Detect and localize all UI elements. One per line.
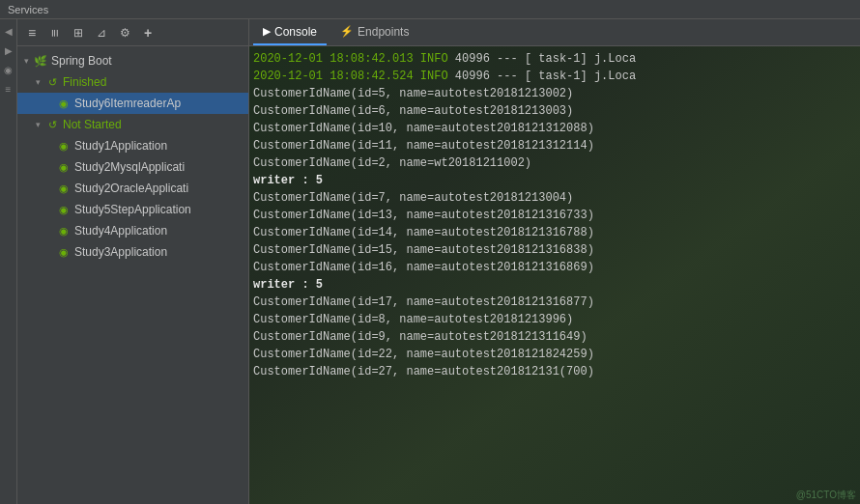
- log-line-14: CustomerIdName(id=17, name=autotest20181…: [253, 294, 856, 311]
- study2mysql-label: Study2MysqlApplicati: [74, 160, 185, 174]
- left-edge-panel: ◀ ▶ ◉ ≡: [0, 19, 17, 504]
- arrow-study3: [44, 247, 54, 257]
- tab-console[interactable]: ▶ Console: [253, 19, 327, 45]
- edge-btn-4[interactable]: ≡: [1, 81, 16, 97]
- arrow-study5step: [44, 205, 54, 214]
- sidebar-item-not-started[interactable]: ↺ Not Started: [17, 114, 248, 135]
- not-started-icon: ↺: [44, 117, 60, 132]
- study6-label: Study6ItemreaderAp: [74, 97, 181, 110]
- study6-icon: ◉: [56, 96, 72, 111]
- log-line-5: CustomerIdName(id=11, name=autotest20181…: [253, 137, 856, 154]
- arrow-finished: [33, 77, 43, 87]
- log-line-9: CustomerIdName(id=13, name=autotest20181…: [253, 207, 856, 224]
- log-line-16: CustomerIdName(id=9, name=autotest201812…: [253, 328, 856, 346]
- study3-label: Study3Application: [74, 245, 167, 259]
- log-line-8: CustomerIdName(id=7, name=autotest201812…: [253, 189, 856, 207]
- console-tab-icon: ▶: [263, 25, 271, 38]
- filter-button[interactable]: ⊿: [91, 23, 112, 42]
- log-line-2: CustomerIdName(id=5, name=autotest201812…: [253, 85, 856, 102]
- right-panel: ▶ Console ⚡ Endpoints 2020-12-01 18:08:4…: [249, 19, 860, 504]
- sidebar-toolbar: ≡ ≡ ⊞ ⊿ ⚙ +: [17, 19, 248, 46]
- collapse-all-button[interactable]: ≡: [44, 23, 66, 42]
- study4-icon: ◉: [56, 223, 72, 238]
- finished-icon: ↺: [44, 74, 60, 90]
- log-line-0: 2020-12-01 18:08:42.013 INFO 40996 --- […: [253, 50, 856, 68]
- endpoints-tab-label: Endpoints: [358, 25, 409, 39]
- watermark: @51CTO博客: [796, 489, 856, 502]
- log-line-7: writer : 5: [253, 172, 856, 189]
- study3-icon: ◉: [56, 244, 72, 260]
- log-line-15: CustomerIdName(id=8, name=autotest201812…: [253, 311, 856, 328]
- log-line-6: CustomerIdName(id=2, name=wt20181211002): [253, 154, 856, 172]
- study5step-label: Study5StepApplication: [74, 203, 191, 216]
- study1-icon: ◉: [56, 138, 72, 154]
- sidebar-item-study2mysql[interactable]: ◉ Study2MysqlApplicati: [17, 156, 248, 178]
- finished-label: Finished: [63, 75, 106, 89]
- add-button[interactable]: +: [137, 23, 158, 42]
- spring-boot-label: Spring Boot: [51, 54, 112, 68]
- study4-label: Study4Application: [74, 224, 167, 238]
- edge-btn-3[interactable]: ◉: [1, 62, 16, 77]
- arrow-study2mysql: [44, 162, 54, 172]
- log-line-18: CustomerIdName(id=27, name=autotest20181…: [253, 363, 856, 380]
- arrow-not-started: [33, 120, 43, 129]
- log-line-17: CustomerIdName(id=22, name=autotest20181…: [253, 346, 856, 363]
- log-line-1: 2020-12-01 18:08:42.524 INFO 40996 --- […: [253, 68, 856, 85]
- log-line-11: CustomerIdName(id=15, name=autotest20181…: [253, 241, 856, 259]
- edge-btn-2[interactable]: ▶: [1, 42, 16, 58]
- study2oracle-icon: ◉: [56, 181, 72, 196]
- log-line-13: writer : 5: [253, 276, 856, 294]
- arrow-study4: [44, 226, 54, 236]
- arrow-study2oracle: [44, 183, 54, 193]
- study2mysql-icon: ◉: [56, 159, 72, 175]
- sidebar-item-study6[interactable]: ◉ Study6ItemreaderAp: [17, 93, 248, 114]
- edge-btn-1[interactable]: ◀: [1, 23, 16, 39]
- group-button[interactable]: ⊞: [68, 23, 89, 42]
- title-bar: Services: [0, 0, 860, 19]
- sidebar-item-study2oracle[interactable]: ◉ Study2OracleApplicati: [17, 178, 248, 199]
- console-area[interactable]: 2020-12-01 18:08:42.013 INFO 40996 --- […: [249, 46, 860, 504]
- console-tab-label: Console: [274, 25, 317, 39]
- log-line-4: CustomerIdName(id=10, name=autotest20181…: [253, 120, 856, 137]
- arrow-study1: [44, 141, 54, 151]
- title-label: Services: [8, 4, 48, 15]
- study2oracle-label: Study2OracleApplicati: [74, 182, 188, 195]
- log-line-3: CustomerIdName(id=6, name=autotest201812…: [253, 102, 856, 120]
- study1-label: Study1Application: [74, 139, 167, 153]
- sidebar-item-study3[interactable]: ◉ Study3Application: [17, 241, 248, 263]
- sidebar-item-study1[interactable]: ◉ Study1Application: [17, 135, 248, 156]
- settings-button[interactable]: ⚙: [114, 23, 135, 42]
- expand-all-button[interactable]: ≡: [21, 23, 43, 42]
- not-started-label: Not Started: [63, 118, 122, 131]
- tab-bar: ▶ Console ⚡ Endpoints: [249, 19, 860, 46]
- tab-endpoints[interactable]: ⚡ Endpoints: [330, 19, 418, 45]
- sidebar-item-study5step[interactable]: ◉ Study5StepApplication: [17, 199, 248, 220]
- sidebar-tree: 🌿 Spring Boot ↺ Finished ◉ Study6Itemrea…: [17, 46, 248, 504]
- sidebar-item-spring-boot[interactable]: 🌿 Spring Boot: [17, 50, 248, 71]
- endpoints-tab-icon: ⚡: [340, 25, 354, 38]
- log-line-12: CustomerIdName(id=16, name=autotest20181…: [253, 259, 856, 276]
- sidebar: ≡ ≡ ⊞ ⊿ ⚙ + 🌿 Spring Boot: [17, 19, 249, 504]
- arrow-study6: [44, 98, 54, 108]
- study5step-icon: ◉: [56, 202, 72, 217]
- log-line-10: CustomerIdName(id=14, name=autotest20181…: [253, 224, 856, 241]
- console-lines-container: 2020-12-01 18:08:42.013 INFO 40996 --- […: [249, 48, 860, 382]
- arrow-spring-boot: [21, 56, 31, 66]
- spring-icon: 🌿: [33, 53, 48, 69]
- sidebar-item-study4[interactable]: ◉ Study4Application: [17, 220, 248, 241]
- sidebar-item-finished[interactable]: ↺ Finished: [17, 71, 248, 93]
